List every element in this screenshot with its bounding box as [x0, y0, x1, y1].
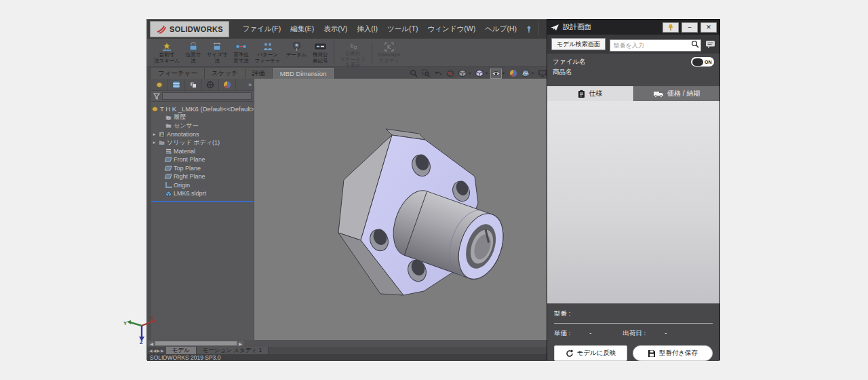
close-button[interactable]: ✕	[701, 22, 717, 33]
feature-manager-tab-icon[interactable]	[151, 79, 168, 90]
filter-funnel-icon	[153, 93, 160, 100]
comment-icon[interactable]	[705, 40, 715, 49]
tree-item-right-plane[interactable]: Right Plane	[151, 172, 254, 181]
geometric-tolerance-button[interactable]: 幾何公 差記号	[309, 40, 331, 65]
panel-file-info: ファイル名 ON 商品名	[547, 54, 719, 86]
zoom-area-icon[interactable]	[420, 69, 431, 79]
clipboard-icon	[578, 90, 585, 98]
section-view-icon[interactable]	[444, 69, 456, 79]
hide-show-caret-icon[interactable]: ▾	[502, 71, 507, 76]
menu-edit[interactable]: 編集(E)	[286, 22, 318, 36]
unit-price-value: -	[589, 329, 591, 338]
close-icon: ✕	[706, 24, 711, 31]
tree-filter-row	[151, 91, 254, 102]
configuration-manager-tab-icon[interactable]	[185, 79, 202, 90]
pin-button[interactable]	[663, 22, 679, 33]
tree-splitter-handle[interactable]	[151, 201, 254, 202]
tree-item-sensors[interactable]: センサー	[151, 121, 254, 130]
datum-location-dimension-button[interactable]: 基準位 置寸法	[231, 40, 252, 65]
menu-window[interactable]: ウィンドウ(W)	[424, 22, 480, 36]
size-dimension-button[interactable]: サイズ寸 法	[204, 40, 231, 65]
dimxpert-manager-tab-icon[interactable]	[202, 79, 219, 90]
model-number-input[interactable]	[610, 39, 701, 52]
datum-location-icon	[235, 41, 247, 52]
size-dimension-icon	[212, 41, 222, 52]
search-icon[interactable]	[691, 40, 699, 48]
tolerance-status-button: ± 公差の ステータス を表示	[337, 40, 368, 65]
prev-tab-icon[interactable]: ◀	[153, 348, 157, 353]
datum-button[interactable]: データム	[283, 40, 310, 65]
tree-item-origin[interactable]: Origin	[151, 181, 254, 190]
reflect-to-model-button[interactable]: モデルに反映	[554, 345, 627, 361]
view-orientation-caret-icon[interactable]: ▾	[469, 71, 473, 76]
tab-mbd-dimension[interactable]: MBD Dimension	[273, 68, 334, 79]
scroll-right-icon[interactable]: ▶	[237, 341, 243, 346]
divider	[554, 323, 713, 324]
apply-scene-caret-icon[interactable]: ▾	[532, 71, 536, 76]
file-name-toggle[interactable]: ON	[691, 57, 714, 66]
solidworks-logo: SOLIDWORKS	[150, 21, 229, 37]
triad-z-label: Z	[140, 339, 143, 344]
panel-tabs: 仕様 価格 / 納期	[547, 86, 719, 101]
menu-view[interactable]: 表示(V)	[319, 22, 351, 36]
tree-root-item[interactable]: T H K _LMK6 (Default<<Default>_	[151, 104, 254, 113]
tab-specification[interactable]: 仕様	[547, 86, 633, 101]
horizontal-scrollbar[interactable]: ◀ ▶	[149, 341, 243, 346]
panel-title-bar: 設計画面 – ✕	[547, 20, 719, 35]
first-tab-icon[interactable]: ◀	[149, 348, 153, 353]
expand-arrow-icon[interactable]: ▸	[151, 132, 157, 137]
tab-sketch[interactable]: スケッチ	[205, 68, 245, 79]
tree-item-lmk6-sldprt[interactable]: LMK6.sldprt	[151, 189, 254, 198]
model-search-button[interactable]: モデル検索画面	[551, 38, 606, 50]
specification-content-empty	[547, 101, 719, 303]
part-icon	[151, 105, 159, 113]
pattern-feature-icon	[262, 41, 273, 52]
status-text: SOLIDWORKS 2019 SP3.0	[147, 354, 220, 361]
auto-dimension-scheme-button[interactable]: 自動寸 法スキーム	[151, 40, 182, 65]
apply-scene-icon[interactable]	[519, 69, 531, 79]
menu-insert[interactable]: 挿入(I)	[353, 22, 382, 36]
property-manager-tab-icon[interactable]	[168, 79, 185, 90]
feature-manager-panel: » T H K _LMK6 (Default<<Default>_ 履歴 センサ…	[151, 79, 254, 340]
hide-show-items-icon[interactable]	[490, 69, 502, 79]
display-style-caret-icon[interactable]: ▾	[486, 71, 490, 76]
save-with-model-number-button[interactable]: 型番付き保存	[633, 345, 713, 361]
tolerance-status-icon: ±	[349, 41, 357, 50]
triad-x-label: X	[151, 315, 154, 321]
minimize-button[interactable]: –	[682, 22, 698, 33]
tree-item-top-plane[interactable]: Top Plane	[151, 164, 254, 173]
display-manager-tab-icon[interactable]	[219, 79, 236, 90]
plane-icon	[164, 156, 172, 163]
truck-icon	[653, 90, 664, 98]
scrollbar-thumb[interactable]	[155, 341, 237, 345]
tree-item-material[interactable]: Material	[151, 147, 254, 156]
menu-tools[interactable]: ツール(T)	[383, 22, 422, 36]
tab-model[interactable]: モデル	[166, 347, 197, 354]
tab-features[interactable]: フィーチャー	[151, 68, 205, 79]
feature-tree: T H K _LMK6 (Default<<Default>_ 履歴 センサー …	[151, 102, 254, 202]
main-menu: ファイル(F) 編集(E) 表示(V) 挿入(I) ツール(T) ウィンドウ(W…	[239, 22, 521, 36]
display-style-icon[interactable]	[473, 69, 485, 79]
tab-motion-study[interactable]: モーション スタディ 1	[197, 347, 269, 354]
view-orientation-icon[interactable]	[456, 69, 468, 79]
tree-item-annotations[interactable]: ▸ A Annotations	[151, 130, 254, 139]
menu-help[interactable]: ヘルプ(H)	[481, 22, 521, 36]
location-dimension-button[interactable]: 位置寸 法	[182, 40, 204, 65]
edit-appearance-icon[interactable]	[507, 69, 519, 79]
tab-price-delivery[interactable]: 価格 / 納期	[633, 86, 720, 101]
expand-arrow-icon[interactable]: ▸	[151, 140, 157, 145]
tree-filter-input[interactable]	[162, 92, 252, 100]
tree-expand-chevron-icon[interactable]: »	[246, 81, 254, 88]
pin-menu-icon[interactable]	[525, 25, 532, 33]
pattern-feature-button[interactable]: パターン フィーチャ	[252, 40, 283, 65]
tab-evaluate[interactable]: 評価	[245, 68, 273, 79]
previous-view-icon[interactable]	[432, 69, 443, 79]
next-tab-icon[interactable]: ▶	[157, 348, 160, 353]
tree-item-solid-bodies[interactable]: ▸ ソリッド ボディ(1)	[151, 138, 254, 147]
last-tab-icon[interactable]: ▶	[161, 348, 164, 353]
triad-y-label: Y	[123, 320, 127, 326]
menu-file[interactable]: ファイル(F)	[239, 22, 285, 36]
tree-item-history[interactable]: 履歴	[151, 113, 254, 122]
tree-item-front-plane[interactable]: Front Plane	[151, 155, 254, 164]
zoom-fit-icon[interactable]	[408, 69, 419, 79]
